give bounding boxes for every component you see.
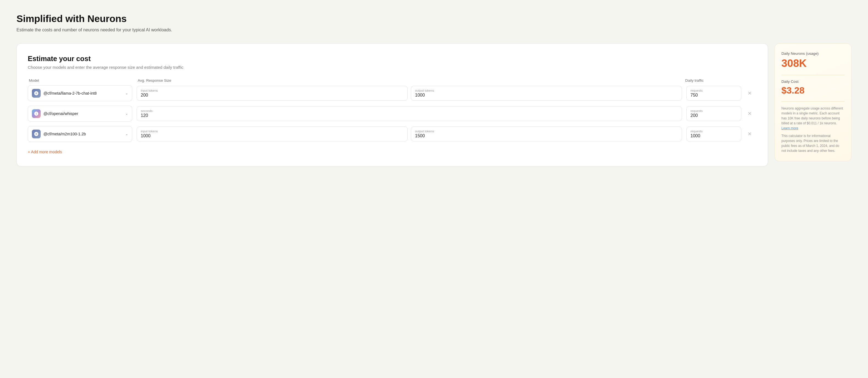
table-row: @cf/openai/whisper ⌄ seconds requests ✕: [28, 106, 757, 122]
main-layout: Estimate your cost Choose your models an…: [17, 43, 851, 167]
columns-header: Model Avg. Response Size Daily traffic: [28, 79, 757, 83]
learn-more-link[interactable]: Learn more: [781, 126, 798, 130]
result-disclaimer: This calculator is for informational pur…: [781, 134, 845, 153]
table-row: @cf/meta/llama-2-7b-chat-int8 ⌄ input to…: [28, 85, 757, 101]
output-tokens-field-2[interactable]: output tokens: [411, 126, 682, 141]
result-card: Daily Neurons (usage) 308K Daily Cost $3…: [775, 43, 851, 161]
model-select-0[interactable]: @cf/meta/llama-2-7b-chat-int8 ⌄: [28, 85, 132, 101]
traffic-label-2: requests: [690, 129, 737, 133]
traffic-field-1[interactable]: requests: [686, 106, 741, 121]
response-size-group-0: input tokens output tokens: [136, 86, 682, 101]
col-traffic: Daily traffic: [685, 79, 740, 83]
input-tokens-input-2[interactable]: [141, 134, 403, 138]
result-divider-2: [781, 101, 845, 101]
add-more-button[interactable]: + Add more models: [28, 149, 62, 155]
output-tokens-input-2[interactable]: [415, 134, 678, 138]
traffic-field-0[interactable]: requests: [686, 86, 741, 101]
traffic-label-0: requests: [690, 89, 737, 92]
daily-cost-value: $3.28: [781, 85, 845, 96]
traffic-input-0[interactable]: [690, 93, 737, 98]
col-response: Avg. Response Size: [138, 79, 681, 83]
seconds-input-1[interactable]: [141, 113, 678, 118]
remove-button-0[interactable]: ✕: [746, 89, 753, 97]
remove-button-1[interactable]: ✕: [746, 110, 753, 117]
chevron-down-icon-1: ⌄: [125, 112, 128, 116]
traffic-label-1: requests: [690, 109, 737, 113]
calculator-card: Estimate your cost Choose your models an…: [17, 43, 768, 167]
model-select-1[interactable]: @cf/openai/whisper ⌄: [28, 106, 132, 122]
model-name-1: @cf/openai/whisper: [43, 111, 123, 116]
input-label-0: input tokens: [141, 89, 403, 92]
input-tokens-field-2[interactable]: input tokens: [136, 126, 408, 141]
output-tokens-input-0[interactable]: [415, 93, 678, 98]
traffic-field-2[interactable]: requests: [686, 126, 741, 141]
card-title: Estimate your cost: [28, 55, 757, 63]
col-model: Model: [29, 79, 133, 83]
page-title: Simplified with Neurons: [17, 13, 851, 24]
daily-cost-label: Daily Cost: [781, 80, 845, 84]
result-note: Neurons aggregate usage across different…: [781, 106, 845, 131]
input-label-2: input tokens: [141, 129, 403, 133]
output-label-2: output tokens: [415, 129, 678, 133]
model-select-2[interactable]: @cf/meta/m2m100-1.2b ⌄: [28, 126, 132, 142]
chevron-down-icon-0: ⌄: [125, 91, 128, 95]
daily-neurons-label: Daily Neurons (usage): [781, 52, 845, 56]
model-icon-1: [32, 109, 41, 118]
table-row: @cf/meta/m2m100-1.2b ⌄ input tokens outp…: [28, 126, 757, 142]
daily-neurons-value: 308K: [781, 57, 845, 69]
seconds-label-1: seconds: [141, 109, 678, 113]
response-size-group-1: seconds: [136, 106, 682, 121]
model-icon-2: [32, 129, 41, 138]
result-divider-1: [781, 75, 845, 75]
card-subtitle: Choose your models and enter the average…: [28, 65, 757, 69]
remove-button-2[interactable]: ✕: [746, 130, 753, 138]
traffic-input-2[interactable]: [690, 134, 737, 138]
input-tokens-field-0[interactable]: input tokens: [136, 86, 408, 101]
model-name-2: @cf/meta/m2m100-1.2b: [43, 132, 123, 136]
output-label-0: output tokens: [415, 89, 678, 92]
model-name-0: @cf/meta/llama-2-7b-chat-int8: [43, 91, 123, 95]
model-icon-0: [32, 89, 41, 98]
page-subtitle: Estimate the costs and number of neurons…: [17, 28, 851, 32]
chevron-down-icon-2: ⌄: [125, 132, 128, 136]
response-size-group-2: input tokens output tokens: [136, 126, 682, 141]
traffic-input-1[interactable]: [690, 113, 737, 118]
output-tokens-field-0[interactable]: output tokens: [411, 86, 682, 101]
seconds-field-1[interactable]: seconds: [136, 106, 682, 121]
input-tokens-input-0[interactable]: [141, 93, 403, 98]
